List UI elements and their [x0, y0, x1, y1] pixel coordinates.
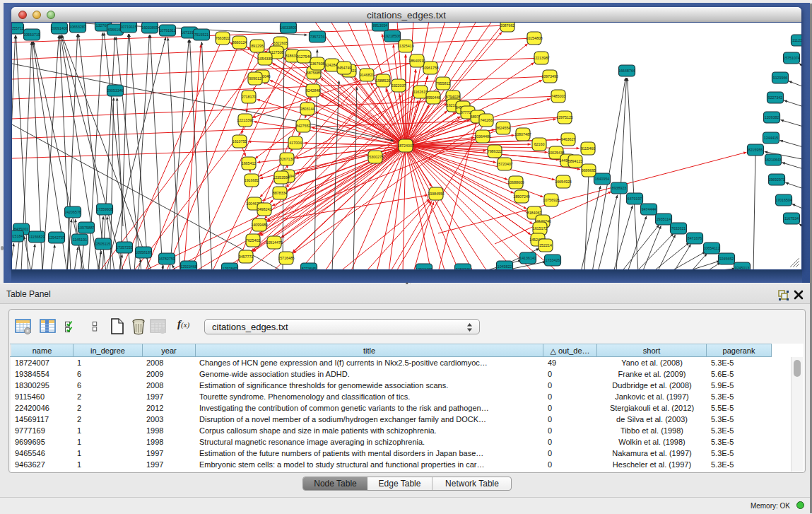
svg-text:891295: 891295 — [251, 44, 264, 48]
svg-text:10654112: 10654112 — [703, 246, 719, 250]
svg-text:8273645: 8273645 — [302, 267, 317, 269]
svg-text:2087662: 2087662 — [500, 23, 515, 28]
svg-text:3267130: 3267130 — [280, 157, 295, 161]
svg-text:19218506: 19218506 — [384, 34, 401, 38]
svg-text:10154808: 10154808 — [526, 36, 543, 40]
svg-text:10807487: 10807487 — [514, 132, 531, 136]
svg-text:19384554: 19384554 — [428, 192, 445, 196]
svg-text:2935114: 2935114 — [657, 217, 671, 221]
svg-text:2505115: 2505115 — [96, 242, 110, 246]
svg-text:7632621: 7632621 — [671, 226, 686, 230]
svg-text:17357255: 17357255 — [116, 245, 133, 250]
svg-text:9227342: 9227342 — [768, 95, 783, 100]
svg-text:1916682: 1916682 — [245, 178, 259, 182]
svg-text:8990448: 8990448 — [426, 95, 441, 100]
svg-text:16654923: 16654923 — [555, 180, 572, 184]
svg-text:1615172: 1615172 — [533, 226, 548, 230]
svg-text:7625402: 7625402 — [246, 238, 261, 243]
svg-text:5875685: 5875685 — [307, 71, 322, 75]
svg-text:12213987: 12213987 — [533, 56, 550, 60]
svg-text:7986322: 7986322 — [488, 149, 502, 153]
svg-text:10914479: 10914479 — [266, 240, 283, 245]
svg-text:10653287: 10653287 — [69, 25, 86, 29]
svg-text:14055712: 14055712 — [12, 26, 24, 30]
svg-text:1054339: 1054339 — [258, 57, 273, 61]
svg-text:1209382: 1209382 — [765, 115, 779, 119]
svg-text:1640954: 1640954 — [595, 177, 610, 181]
svg-text:12942737: 12942737 — [48, 235, 65, 240]
svg-text:8471676: 8471676 — [688, 236, 702, 240]
svg-text:8938923: 8938923 — [612, 186, 627, 190]
svg-text:7357274: 7357274 — [310, 35, 325, 39]
svg-text:16210643: 16210643 — [765, 158, 782, 162]
svg-text:3915184: 3915184 — [12, 234, 23, 238]
svg-text:9242848: 9242848 — [306, 88, 321, 93]
svg-text:8813054: 8813054 — [373, 23, 388, 28]
svg-text:29053346: 29053346 — [107, 88, 124, 93]
svg-text:15300275: 15300275 — [367, 155, 384, 159]
svg-text:24206576: 24206576 — [64, 210, 81, 214]
svg-text:10791911: 10791911 — [159, 28, 175, 33]
svg-text:8878334: 8878334 — [273, 191, 288, 195]
svg-text:9457771: 9457771 — [239, 255, 254, 259]
svg-text:8427552: 8427552 — [296, 124, 311, 128]
svg-text:62160: 62160 — [534, 142, 545, 146]
svg-text:10688609: 10688609 — [507, 180, 524, 185]
svg-text:9127546: 9127546 — [297, 54, 312, 59]
svg-text:20691406: 20691406 — [51, 26, 68, 30]
svg-text:7515521: 7515521 — [194, 33, 209, 37]
svg-text:9245652: 9245652 — [719, 257, 734, 261]
svg-text:2718170: 2718170 — [242, 95, 257, 99]
svg-text:20553719: 20553719 — [23, 33, 40, 37]
svg-text:6479197: 6479197 — [628, 197, 642, 201]
svg-text:1162615: 1162615 — [413, 90, 428, 94]
svg-text:17359938: 17359938 — [96, 207, 113, 211]
svg-text:8454749: 8454749 — [337, 66, 352, 70]
svg-text:15716485: 15716485 — [278, 256, 295, 260]
svg-text:746266: 746266 — [480, 118, 493, 122]
svg-text:16033809: 16033809 — [141, 25, 158, 30]
svg-text:5322605: 5322605 — [273, 41, 288, 45]
svg-text:16782759: 16782759 — [158, 257, 175, 261]
svg-text:15751074: 15751074 — [783, 56, 800, 60]
svg-text:10719115: 10719115 — [120, 25, 136, 29]
svg-text:7485003: 7485003 — [551, 94, 566, 98]
svg-text:1733426: 1733426 — [546, 258, 560, 262]
svg-text:3498242: 3498242 — [257, 207, 272, 211]
svg-text:1145191: 1145191 — [73, 238, 87, 242]
svg-text:10756928: 10756928 — [543, 198, 560, 202]
svg-text:1244415: 1244415 — [764, 136, 779, 140]
svg-text:1588520: 1588520 — [376, 78, 391, 83]
svg-text:1167534: 1167534 — [784, 216, 799, 221]
svg-text:9699695: 9699695 — [582, 168, 596, 173]
svg-text:14136141: 14136141 — [519, 256, 536, 260]
svg-text:9283746: 9283746 — [456, 267, 471, 269]
svg-text:9129966: 9129966 — [773, 76, 788, 80]
svg-text:9115460: 9115460 — [581, 146, 595, 151]
svg-text:9474444: 9474444 — [642, 207, 657, 211]
svg-text:18724007: 18724007 — [397, 144, 414, 148]
svg-text:1610755: 1610755 — [233, 139, 247, 144]
svg-text:9463627: 9463627 — [561, 137, 576, 141]
svg-text:15720407: 15720407 — [496, 162, 513, 166]
svg-text:1665412: 1665412 — [242, 161, 257, 165]
svg-text:16648764: 16648764 — [618, 69, 635, 73]
svg-text:5894123: 5894123 — [568, 159, 583, 163]
svg-text:9245013: 9245013 — [735, 266, 750, 269]
svg-text:20364486: 20364486 — [474, 134, 491, 139]
svg-text:7663822: 7663822 — [216, 36, 230, 40]
svg-text:18907249: 18907249 — [513, 194, 530, 199]
svg-text:11156829: 11156829 — [29, 235, 45, 239]
svg-text:10973493: 10973493 — [541, 74, 558, 78]
svg-text:2367608: 2367608 — [310, 62, 325, 66]
svg-text:12923468: 12923468 — [416, 267, 433, 269]
svg-text:909012: 909012 — [249, 76, 261, 81]
svg-text:1045822: 1045822 — [498, 264, 512, 269]
svg-text:10975887: 10975887 — [78, 226, 95, 230]
svg-text:6794028: 6794028 — [446, 95, 461, 99]
svg-text:7955812: 7955812 — [436, 81, 451, 86]
svg-text:12213392: 12213392 — [237, 118, 254, 122]
svg-text:8215955: 8215955 — [748, 148, 763, 152]
svg-text:2803144: 2803144 — [300, 107, 315, 111]
svg-text:14099489: 14099489 — [251, 223, 268, 227]
